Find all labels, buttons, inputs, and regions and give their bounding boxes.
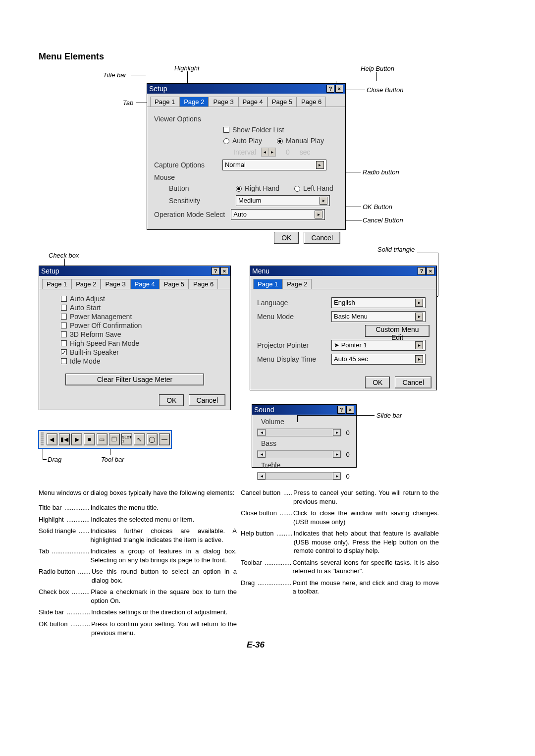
list-item: 3D Reform Save [61,330,223,339]
help-button-icon[interactable]: ? [418,267,426,275]
checkbox-high-speed-fan[interactable] [61,340,67,346]
dialog2-title-text: Setup [41,266,59,276]
slider-right-icon[interactable]: ▸ [333,473,341,480]
cancel-button[interactable]: Cancel [304,232,340,244]
tab-page-1[interactable]: Page 1 [253,279,282,289]
checkbox-builtin-speaker[interactable] [61,349,67,355]
tab-page-4[interactable]: Page 4 [238,97,268,107]
help-button-icon[interactable]: ? [212,267,219,275]
item-label: Power Off Confirmation [70,321,142,330]
display-time-dropdown[interactable]: Auto 45 sec ▸ [331,354,426,365]
tool-play-icon[interactable]: ▶ [71,433,82,445]
help-button-icon[interactable]: ? [326,85,334,93]
slider-right-icon[interactable]: ▸ [333,429,341,436]
checkbox-auto-adjust[interactable] [61,296,67,302]
close-button-icon[interactable]: × [220,267,228,275]
cancel-button[interactable]: Cancel [189,394,225,406]
tab-page-2[interactable]: Page 2 [282,279,312,289]
ok-button[interactable]: OK [159,394,184,406]
definition-dots: ............. [65,608,90,616]
tab-page-6[interactable]: Page 6 [189,279,218,289]
tool-window-icon[interactable]: ▭ [97,433,107,445]
op-mode-dropdown[interactable]: Auto ▸ [231,209,325,220]
help-button-icon[interactable]: ? [337,406,345,414]
spinner-right-icon[interactable]: ▸ [268,148,275,156]
treble-slider[interactable]: ◂ ▸ [257,472,341,480]
label-tab: Tab [123,99,133,107]
definition-description: Indicates the menu title. [91,503,237,512]
dialog2-button-row: OK Cancel [39,390,230,411]
tab-page-1[interactable]: Page 1 [42,279,71,289]
interval-value: 0 [286,148,290,156]
menu-mode-dropdown[interactable]: Basic Menu ▸ [331,311,426,322]
tool-stop-icon[interactable]: ■ [84,433,95,445]
item-label: Auto Adjust [70,294,105,303]
tab-page-6[interactable]: Page 6 [297,97,326,107]
checkbox-show-folder[interactable] [223,127,229,133]
tab-page-5[interactable]: Page 5 [160,279,189,289]
checkbox-idle-mode[interactable] [61,358,67,364]
display-time-label: Menu Display Time [257,355,326,363]
slider-left-icon[interactable]: ◂ [258,473,266,480]
checkbox-power-off-confirm[interactable] [61,323,67,328]
definition-term: Close button ....... [241,509,293,526]
checkbox-3d-reform-save[interactable] [61,331,67,337]
tool-prev-icon[interactable]: ◀ [47,433,57,445]
definition-row: OK button ........... Press to confirm y… [39,620,237,637]
radio-manual-play[interactable] [277,138,283,144]
dialog2-body: Auto Adjust Auto Start Power Management … [39,289,230,390]
tab-page-1[interactable]: Page 1 [150,97,179,107]
language-dropdown[interactable]: English ▸ [331,297,426,308]
label-help-button: Help Button [361,65,394,72]
tool-slot-icon[interactable]: SLOT1 [121,433,132,445]
tab-page-5[interactable]: Page 5 [268,97,297,107]
tool-cursor-icon[interactable]: ↖ [134,433,145,445]
volume-slider[interactable]: ◂ ▸ [257,429,341,436]
definition-dots: ......... [275,530,293,537]
definition-term: Tab ..................... [39,547,90,564]
slider-left-icon[interactable]: ◂ [258,429,266,436]
slider-right-icon[interactable]: ▸ [333,451,341,458]
intro-text: Menu windows or dialog boxes typically h… [39,488,237,497]
definition-description: Press to cancel your setting. You will r… [293,488,439,506]
tool-minimize-icon[interactable]: — [159,433,170,445]
title-bar: Setup ? × [39,266,230,276]
radio-auto-play[interactable] [223,138,229,144]
tab-page-2[interactable]: Page 2 [71,279,101,289]
list-item: Auto Start [61,303,223,312]
ok-button[interactable]: OK [365,377,390,388]
bass-slider[interactable]: ◂ ▸ [257,450,341,458]
definition-dots: ..................... [50,547,89,555]
definition-description: Use this round button to select an optio… [92,567,237,585]
label-drag: Drag [48,456,61,463]
tab-page-3[interactable]: Page 3 [209,97,238,107]
checkbox-power-management[interactable] [61,314,67,320]
clear-filter-button[interactable]: Clear Filter Usage Meter [65,374,204,385]
close-button-icon[interactable]: × [335,85,343,93]
radio-right-hand[interactable] [236,186,242,192]
left-hand-label: Left Hand [303,184,333,192]
interval-spinner[interactable]: ◂ ▸ [261,148,276,157]
tab-page-2[interactable]: Page 2 [179,97,209,107]
definition-dots: ............. [65,516,90,523]
ok-button[interactable]: OK [274,232,299,244]
drag-handle[interactable] [41,432,44,446]
tool-copy-icon[interactable]: ❐ [109,433,120,445]
pointer-value: ➤ Pointer 1 [334,340,367,351]
slider-left-icon[interactable]: ◂ [258,451,266,458]
capture-options-dropdown[interactable]: Normal ▸ [222,160,326,170]
close-button-icon[interactable]: × [427,267,434,275]
tool-step-back-icon[interactable]: ▮◀ [59,433,70,445]
pointer-dropdown[interactable]: ➤ Pointer 1 ▸ [331,340,426,351]
label-solid-triangle: Solid triangle [377,246,415,253]
close-button-icon[interactable]: × [346,406,354,414]
radio-left-hand[interactable] [294,186,300,192]
sensitivity-dropdown[interactable]: Medium ▸ [236,195,330,206]
cancel-button[interactable]: Cancel [395,377,431,388]
spinner-left-icon[interactable]: ◂ [262,148,268,156]
tab-page-3[interactable]: Page 3 [101,279,130,289]
tab-page-4[interactable]: Page 4 [130,279,160,289]
tool-circle-icon[interactable]: ◯ [147,433,158,445]
custom-menu-edit-button[interactable]: Custom Menu Edit [365,325,429,337]
checkbox-auto-start[interactable] [61,305,67,311]
